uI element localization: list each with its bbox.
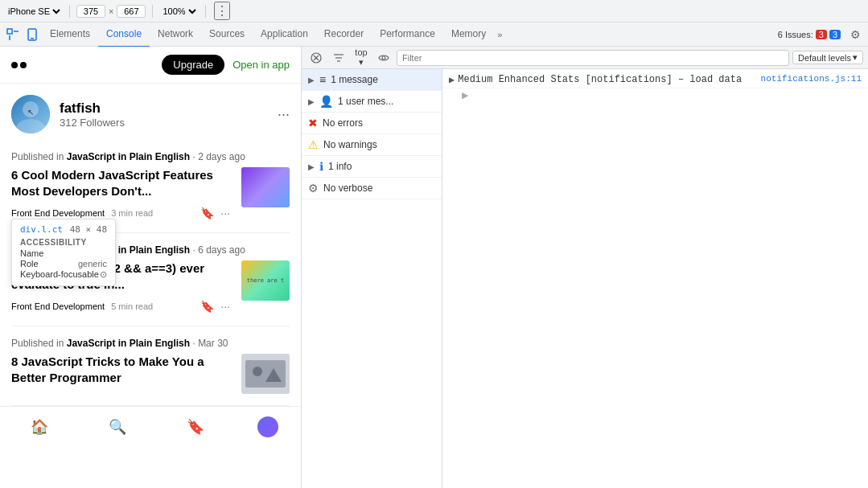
article-publication-1: JavaScript in Plain English	[67, 151, 190, 162]
profile-info: fatfish 312 Followers	[60, 100, 268, 129]
tooltip-val-role: generic	[78, 259, 107, 269]
tooltip-label-role: Role	[20, 259, 39, 269]
tab-application[interactable]: Application	[253, 22, 316, 47]
tab-performance[interactable]: Performance	[372, 22, 443, 47]
issues-blue-count: 3	[829, 30, 841, 39]
more-button-1[interactable]: ···	[219, 205, 232, 221]
separator2	[152, 5, 153, 18]
tooltip-selector: div.l.ct	[20, 224, 63, 235]
thumb-image-3	[241, 354, 290, 394]
profile-container: ↖ fatfish 312 Followers ··· div.l.ct 48 …	[0, 84, 301, 140]
dimension-x: ×	[109, 6, 113, 16]
nav-bookmark-button[interactable]: 🔖	[179, 411, 212, 443]
device-selector[interactable]: iPhone SE	[5, 6, 63, 17]
upgrade-button[interactable]: Upgrade	[162, 55, 224, 75]
bottom-nav: 🏠 🔍 🔖	[0, 406, 301, 446]
logo-dot2	[20, 62, 27, 68]
sidebar-warnings[interactable]: ⚠ No warnings	[302, 134, 442, 156]
article-actions-2: 🔖 ···	[199, 298, 232, 314]
settings-button[interactable]: ⚙	[845, 25, 865, 44]
device-toggle-button[interactable]	[23, 25, 42, 44]
tooltip-dimensions: 48 × 48	[70, 224, 107, 235]
console-line-arrow[interactable]: ▶	[449, 74, 455, 86]
sidebar-info[interactable]: ▶ ℹ 1 info	[302, 156, 442, 178]
top-context-label: top ▾	[352, 47, 371, 68]
tab-console[interactable]: Console	[98, 22, 150, 47]
tab-network[interactable]: Network	[150, 22, 201, 47]
tooltip-row-role: Role generic	[20, 259, 107, 269]
console-filter-input[interactable]	[397, 50, 789, 66]
sidebar-errors-label: No errors	[323, 117, 363, 129]
width-input[interactable]: 375	[76, 5, 105, 18]
article-time-2: 6 days ago	[198, 244, 245, 256]
tab-recorder[interactable]: Recorder	[316, 22, 372, 47]
sidebar-verbose[interactable]: ⚙ No verbose	[302, 178, 442, 199]
open-in-app-button[interactable]: Open in app	[232, 59, 290, 71]
article-title-3[interactable]: 8 JavaScript Tricks to Make You a Better…	[11, 354, 232, 385]
nav-home-button[interactable]: 🏠	[23, 411, 56, 443]
sidebar-info-icon: ℹ	[319, 160, 323, 173]
tab-sources[interactable]: Sources	[201, 22, 253, 47]
eye-icon	[378, 52, 389, 64]
thumb-code-text: there are t	[247, 277, 284, 284]
tab-elements[interactable]: Elements	[42, 22, 98, 47]
more-options-button[interactable]: ⋮	[214, 2, 230, 20]
bookmark-button-1[interactable]: 🔖	[199, 205, 216, 221]
tooltip-row-keyboard: Keyboard-focusable ⊙	[20, 269, 107, 280]
clear-icon	[311, 52, 322, 64]
article-time-1: 2 days ago	[198, 151, 245, 162]
article-thumb-2: there are t	[241, 260, 290, 301]
svg-rect-0	[7, 29, 12, 34]
sidebar-errors[interactable]: ✖ No errors	[302, 113, 442, 134]
article-item-3: Published in JavaScript in Plain English…	[11, 326, 290, 406]
sidebar-warnings-label: No warnings	[323, 139, 377, 150]
bookmark-button-2[interactable]: 🔖	[199, 298, 216, 314]
sidebar-all-messages[interactable]: ▶ ≡ 1 message	[302, 69, 442, 91]
tabs-more-button[interactable]: »	[494, 30, 505, 39]
tab-memory[interactable]: Memory	[443, 22, 494, 47]
separator	[69, 5, 70, 18]
inspect-element-button[interactable]	[3, 25, 23, 44]
logo-dot1	[11, 62, 18, 68]
more-button-2[interactable]: ···	[219, 298, 232, 314]
cursor-indicator: ↖	[27, 108, 34, 117]
nav-search-button[interactable]: 🔍	[101, 411, 134, 443]
default-levels-arrow: ▾	[853, 52, 858, 63]
inspect-icon	[6, 28, 19, 41]
sidebar-user-messages[interactable]: ▶ 👤 1 user mes...	[302, 91, 442, 113]
tooltip-label-name: Name	[20, 248, 43, 258]
height-input[interactable]: 667	[117, 5, 146, 18]
article-read-time-1: 3 min read	[111, 208, 153, 218]
devtools-panel: top ▾ Default levels ▾ ▶ ≡ 1 mes	[302, 47, 868, 488]
avatar-wrap: ↖	[11, 95, 50, 133]
top-context-button[interactable]: top ▾	[352, 48, 371, 68]
svg-rect-2	[31, 38, 34, 39]
profile-name: fatfish	[60, 100, 268, 117]
devtools-topbar: iPhone SE 375 × 667 100% 75% 50% ⋮	[0, 0, 868, 23]
article-title-1[interactable]: 6 Cool Modern JavaScript Features Most D…	[11, 167, 232, 199]
profile-more-button[interactable]: ···	[278, 106, 290, 123]
sidebar-all-label: 1 message	[331, 74, 378, 85]
console-toolbar: top ▾ Default levels ▾	[302, 47, 868, 69]
issues-badge[interactable]: 6 Issues: 3 3	[773, 30, 845, 39]
nav-avatar[interactable]	[257, 416, 278, 437]
device-select[interactable]: iPhone SE	[5, 6, 63, 17]
filter-toggle-button[interactable]	[329, 48, 348, 68]
article-footer-2: Front End Development 5 min read 🔖 ···	[11, 298, 232, 314]
default-levels-button[interactable]: Default levels ▾	[792, 51, 863, 64]
medium-nav: Upgrade Open in app	[0, 47, 301, 84]
article-time-3: Mar 30	[198, 338, 228, 349]
profile-followers: 312 Followers	[60, 117, 268, 129]
article-actions-1: 🔖 ···	[199, 205, 232, 221]
eye-button[interactable]	[374, 48, 393, 68]
article-row-1: 6 Cool Modern JavaScript Features Most D…	[11, 167, 290, 221]
clear-console-button[interactable]	[306, 48, 326, 68]
tooltip-section: ACCESSIBILITY	[20, 238, 107, 247]
console-line-location[interactable]: notifications.js:11	[761, 74, 862, 84]
zoom-select[interactable]: 100% 75% 50%	[159, 6, 199, 17]
profile-area: ↖ fatfish 312 Followers ···	[0, 84, 301, 140]
sidebar-user-icon: 👤	[319, 95, 333, 108]
mobile-panel: Upgrade Open in app	[0, 47, 302, 488]
article-content-1: 6 Cool Modern JavaScript Features Most D…	[11, 167, 232, 221]
svg-rect-7	[245, 360, 286, 388]
